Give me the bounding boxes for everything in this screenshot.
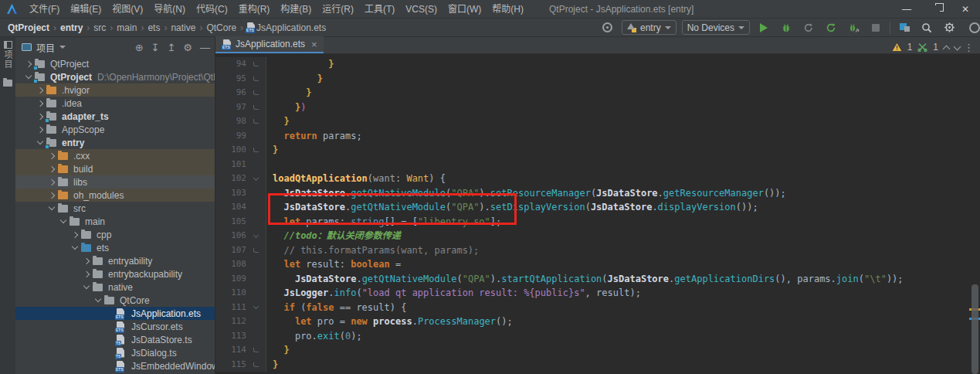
- chevron-down-icon[interactable]: [83, 283, 90, 289]
- project-toolwindow-button[interactable]: 项目: [0, 37, 15, 87]
- tree-item-appscope[interactable]: AppScope: [15, 123, 215, 136]
- fold-marker-icon[interactable]: [253, 175, 258, 181]
- chevron-right-icon[interactable]: [49, 165, 55, 172]
- device-manager-button[interactable]: [896, 20, 913, 36]
- fold-marker-icon[interactable]: [253, 304, 258, 309]
- minimize-button[interactable]: —: [892, 0, 921, 18]
- chevron-down-icon[interactable]: [25, 73, 32, 79]
- menu-item-1[interactable]: 编辑(E): [65, 4, 107, 15]
- device-dropdown[interactable]: No Devices: [682, 20, 750, 35]
- warning-count[interactable]: 1: [907, 42, 913, 53]
- menu-item-6[interactable]: 构建(B): [275, 4, 317, 15]
- chevron-right-icon[interactable]: [72, 231, 78, 237]
- chevron-right-icon[interactable]: [37, 113, 43, 119]
- chevron-down-icon[interactable]: [59, 46, 66, 49]
- notifications-button[interactable]: [963, 20, 980, 36]
- tree-item-jsdialog.ts[interactable]: TSJsDialog.ts: [15, 346, 215, 359]
- tree-item-.cxx[interactable]: .cxx: [15, 149, 215, 162]
- tree-item-native[interactable]: native: [15, 280, 215, 294]
- chevron-right-icon[interactable]: [25, 60, 32, 66]
- tree-item-cpp[interactable]: cpp: [15, 228, 215, 241]
- menu-item-0[interactable]: 文件(F): [24, 4, 65, 15]
- tree-item-qtcore[interactable]: QtCore: [15, 294, 215, 307]
- menu-item-3[interactable]: 导航(N): [148, 4, 191, 15]
- tree-item-jsembeddedwindow.ets[interactable]: ETSJsEmbeddedWindow.ets: [15, 359, 215, 372]
- tree-item-qtproject[interactable]: QtProjectD:\OpenHarmony\Project\QtProjec: [15, 70, 215, 83]
- chevron-down-icon[interactable]: [37, 138, 43, 144]
- tab-jsapplication[interactable]: ETS JsApplication.ets ×: [215, 36, 324, 53]
- attach-debugger-button[interactable]: [845, 20, 862, 36]
- collapse-all-icon[interactable]: ↥: [167, 42, 175, 53]
- editor-scrollbar[interactable]: [969, 54, 980, 374]
- debug-button[interactable]: [778, 20, 795, 36]
- tree-item-qtproject[interactable]: QtProject: [15, 57, 215, 70]
- tab-options-icon[interactable]: ⋮: [958, 42, 980, 53]
- tree-item-jsapplication.ets[interactable]: ETSJsApplication.ets: [15, 307, 215, 320]
- prev-issue-icon[interactable]: [943, 45, 951, 53]
- tab-close-icon[interactable]: ×: [311, 39, 317, 50]
- tree-item-src[interactable]: src: [15, 202, 215, 215]
- stop-button[interactable]: [867, 20, 884, 36]
- chevron-right-icon[interactable]: [37, 87, 43, 93]
- tree-item-main[interactable]: main: [15, 215, 215, 228]
- expand-all-icon[interactable]: ↧: [151, 42, 160, 53]
- hide-panel-icon[interactable]: —: [200, 42, 210, 53]
- settings-button[interactable]: [941, 20, 958, 36]
- chevron-right-icon[interactable]: [83, 257, 90, 264]
- rerun-button[interactable]: [822, 20, 839, 36]
- panel-gear-icon[interactable]: ⚙: [183, 42, 192, 53]
- tree-item-.hvigor[interactable]: .hvigor: [15, 83, 215, 97]
- breadcrumb-item[interactable]: ets: [146, 22, 161, 33]
- tree-item-ets[interactable]: ets: [15, 241, 215, 254]
- target-icon[interactable]: [599, 20, 616, 36]
- breadcrumb-item[interactable]: main: [115, 22, 138, 33]
- typo-count[interactable]: 1: [933, 42, 938, 53]
- profiler-button[interactable]: [800, 20, 817, 36]
- tree-item-.idea[interactable]: .idea: [15, 97, 215, 110]
- menu-item-9[interactable]: VCS(S): [400, 4, 443, 15]
- menu-item-10[interactable]: 窗口(W): [443, 4, 487, 15]
- fold-marker-icon[interactable]: [253, 62, 259, 66]
- fold-marker-icon[interactable]: [253, 362, 259, 367]
- breadcrumb-item[interactable]: native: [169, 22, 197, 33]
- chevron-right-icon[interactable]: [83, 270, 90, 277]
- restore-button[interactable]: [921, 0, 951, 18]
- tree-item-jsdatastore.ts[interactable]: TSJsDataStore.ts: [15, 333, 215, 346]
- next-issue-icon[interactable]: [954, 42, 961, 50]
- chevron-down-icon[interactable]: [60, 217, 66, 223]
- tree-item-oh-modules[interactable]: oh_modules: [15, 189, 215, 202]
- run-button[interactable]: [755, 20, 772, 36]
- chevron-down-icon[interactable]: [72, 243, 78, 250]
- fold-marker-icon[interactable]: [253, 119, 259, 124]
- menu-item-7[interactable]: 运行(R): [317, 4, 359, 15]
- menu-item-5[interactable]: 重构(R): [233, 4, 276, 15]
- scrollbar-thumb[interactable]: [972, 284, 978, 374]
- breadcrumb-item[interactable]: QtCore: [205, 22, 238, 33]
- chevron-right-icon[interactable]: [37, 100, 43, 106]
- tree-item-build[interactable]: build: [15, 162, 215, 175]
- code-editor[interactable]: 94 }95 }96 }97 })98 }99 return params;10…: [215, 54, 980, 374]
- chevron-right-icon[interactable]: [49, 178, 55, 185]
- tree-item-entrybackupability[interactable]: entrybackupability: [15, 267, 215, 280]
- menu-item-4[interactable]: 代码(C): [191, 4, 233, 15]
- fold-marker-icon[interactable]: [253, 105, 259, 110]
- chevron-right-icon[interactable]: [37, 126, 43, 132]
- fold-marker-icon[interactable]: [253, 76, 259, 81]
- chevron-down-icon[interactable]: [49, 204, 55, 210]
- run-config-dropdown[interactable]: entry: [622, 20, 677, 35]
- search-everywhere-button[interactable]: [918, 20, 935, 36]
- breadcrumb-item[interactable]: entry: [59, 22, 84, 33]
- breadcrumb-item[interactable]: src: [92, 22, 107, 33]
- menu-item-8[interactable]: 工具(T): [359, 4, 400, 15]
- tree-item-libs[interactable]: libs: [15, 175, 215, 189]
- tree-item-entryability[interactable]: entryability: [15, 254, 215, 267]
- breadcrumb-item[interactable]: QtProject: [6, 22, 51, 33]
- menu-item-2[interactable]: 视图(V): [107, 4, 148, 15]
- breadcrumb-file[interactable]: JsApplication.ets: [255, 22, 327, 33]
- tree-item-jscursor.ets[interactable]: ETSJsCursor.ets: [15, 320, 215, 333]
- fold-marker-icon[interactable]: [253, 148, 259, 152]
- chevron-right-icon[interactable]: [49, 192, 55, 198]
- close-button[interactable]: ✕: [951, 0, 980, 18]
- fold-marker-icon[interactable]: [253, 248, 259, 253]
- tree-item-entry[interactable]: entry: [15, 136, 215, 149]
